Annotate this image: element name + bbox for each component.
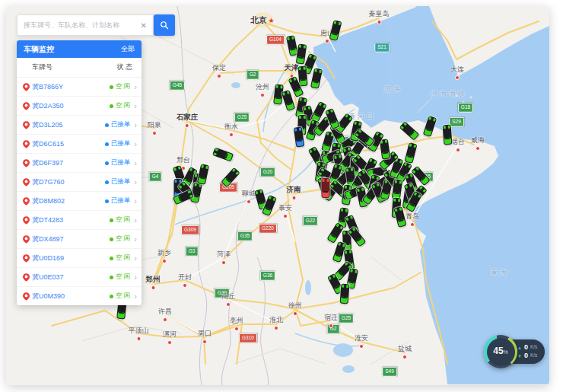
chevron-right-icon[interactable]: › [134, 273, 137, 282]
chevron-right-icon[interactable]: › [134, 83, 137, 91]
location-pin-icon [23, 273, 30, 282]
vehicle-status: 已接单 [105, 177, 131, 186]
chevron-right-icon[interactable]: › [134, 216, 137, 225]
upload-unit: K/s [530, 345, 537, 350]
vehicle-plate: 冀U0M390 [32, 292, 110, 301]
chevron-right-icon[interactable]: › [134, 235, 137, 244]
vehicle-plate: 冀U0E037 [32, 272, 110, 282]
vehicle-plate: 冀D8M802 [32, 196, 105, 206]
location-pin-icon [23, 159, 30, 167]
truck-marker[interactable] [197, 164, 209, 185]
vehicle-status: 已接单 [105, 120, 131, 129]
road-shield: G220 [259, 224, 277, 234]
percent-value: 45 [493, 346, 503, 356]
status-dot-icon [110, 104, 113, 108]
truck-marker[interactable] [405, 142, 418, 164]
vehicle-row[interactable]: 冀U0M390空 闲› [17, 287, 142, 305]
status-dot-icon [105, 123, 109, 127]
truck-marker[interactable] [443, 125, 453, 145]
road-shield: G4 [149, 172, 162, 182]
vehicle-row[interactable]: 冀D2A350空 闲› [17, 97, 142, 116]
road-shield: G35 [237, 231, 253, 241]
status-dot-icon [105, 161, 109, 165]
network-speed-widget[interactable]: ▲ 0 K/s ▼ 0 K/s 45 % [484, 335, 545, 368]
truck-marker[interactable] [340, 284, 350, 304]
search-input[interactable] [22, 21, 139, 30]
truck-marker[interactable] [394, 206, 407, 228]
vehicle-row[interactable]: 冀D6C615已接单› [17, 135, 142, 154]
map-viewport[interactable]: 北京★唐山秦皇岛大连天津保定沧州石家庄阳泉衡水邢台聊城济南泰安菏泽新乡郑州开封许… [6, 6, 549, 385]
vehicle-row[interactable]: 冀B7866Y空 闲› [17, 78, 142, 97]
chevron-right-icon[interactable]: › [134, 197, 137, 206]
percent-gauge-inner: 45 % [487, 338, 515, 366]
truck-marker[interactable] [399, 121, 420, 141]
location-pin-icon [23, 102, 30, 110]
chevron-right-icon[interactable]: › [134, 140, 137, 148]
column-plate: 车牌号 [32, 62, 52, 72]
road-shield: G2 [247, 70, 259, 80]
truck-marker[interactable] [212, 147, 234, 161]
chevron-right-icon[interactable]: › [134, 292, 137, 301]
vehicle-row[interactable]: 冀U0D169空 闲› [17, 249, 142, 268]
truck-marker[interactable] [326, 222, 344, 244]
vehicle-row[interactable]: 冀DT4283空 闲› [17, 211, 142, 230]
panel-header: 车辆监控 全部 [17, 40, 142, 58]
vehicle-plate: 冀D6C615 [32, 139, 105, 149]
chevron-right-icon[interactable]: › [134, 121, 137, 129]
vehicle-plate: 冀D7G760 [32, 177, 105, 187]
vehicle-row[interactable]: 冀D8M802已接单› [17, 192, 142, 211]
chevron-right-icon[interactable]: › [134, 254, 137, 263]
road-shield: G310 [239, 333, 257, 343]
vehicle-status: 空 闲 [110, 101, 130, 110]
chevron-right-icon[interactable]: › [134, 178, 137, 186]
upload-value: 0 [524, 344, 528, 351]
truck-marker[interactable] [282, 90, 295, 111]
vehicle-status: 已接单 [105, 196, 131, 206]
road-shield: S21 [374, 43, 390, 53]
search-icon [160, 21, 169, 30]
status-dot-icon [110, 276, 113, 279]
location-pin-icon [23, 235, 30, 244]
location-pin-icon [23, 178, 30, 186]
vehicle-status: 空 闲 [110, 292, 130, 301]
vehicle-status: 空 闲 [110, 272, 130, 282]
chevron-right-icon[interactable]: › [134, 102, 137, 110]
location-pin-icon [23, 292, 30, 301]
road-shield: S49 [382, 367, 397, 377]
chevron-right-icon[interactable]: › [134, 159, 137, 167]
road-shield: G2 [327, 324, 340, 334]
road-shield: S29 [449, 117, 464, 127]
search-button[interactable] [154, 14, 175, 36]
vehicle-plate: 冀DX4897 [32, 234, 110, 244]
percent-gauge: 45 % [484, 335, 517, 368]
vehicle-status: 空 闲 [110, 234, 130, 244]
vehicle-row[interactable]: 冀U0E037空 闲› [17, 268, 142, 287]
truck-marker[interactable] [423, 116, 437, 137]
road-shield: G25 [339, 314, 354, 323]
panel-columns: 车牌号 状 态 [17, 58, 142, 78]
column-status: 状 态 [116, 62, 132, 72]
panel-all-link[interactable]: 全部 [121, 44, 135, 54]
vehicle-status: 已接单 [105, 139, 131, 148]
truck-marker[interactable] [310, 68, 323, 89]
vehicle-row[interactable]: 冀DX4897空 闲› [17, 230, 142, 249]
vehicle-plate: 冀D3L205 [32, 120, 105, 130]
road-shield: G25 [234, 113, 250, 123]
vehicle-plate: 冀B7866Y [32, 82, 110, 92]
road-shield: G22 [303, 216, 318, 226]
status-dot-icon [110, 237, 113, 241]
truck-marker[interactable] [322, 178, 330, 198]
vehicle-list: 冀B7866Y空 闲›冀D2A350空 闲›冀D3L205已接单›冀D6C615… [17, 78, 142, 305]
vehicle-row[interactable]: 冀D3L205已接单› [17, 116, 142, 135]
road-shield: G30 [215, 288, 230, 298]
status-dot-icon [110, 218, 113, 222]
truck-marker[interactable] [392, 179, 403, 199]
vehicle-row[interactable]: 冀D6F397已接单› [17, 154, 142, 173]
vehicle-plate: 冀D2A350 [32, 101, 110, 111]
truck-marker[interactable] [380, 139, 391, 159]
clear-icon[interactable]: ✕ [139, 21, 148, 30]
truck-marker[interactable] [329, 20, 342, 41]
vehicle-status: 空 闲 [110, 215, 130, 225]
vehicle-row[interactable]: 冀D7G760已接单› [17, 173, 142, 192]
vehicle-plate: 冀U0D169 [32, 253, 110, 263]
